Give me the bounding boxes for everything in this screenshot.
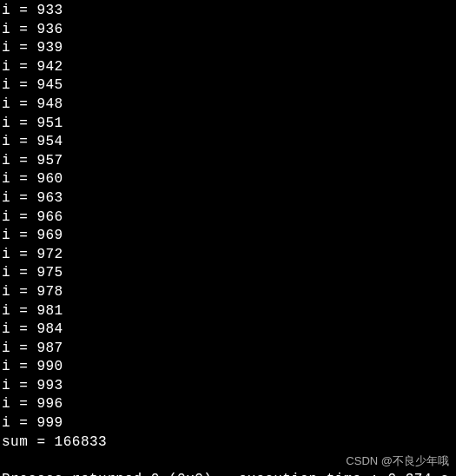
loop-line: i = 936 [2,21,456,40]
watermark-text: CSDN @不良少年哦 [346,453,449,469]
console-output: i = 933i = 936i = 939i = 942i = 945i = 9… [2,2,456,433]
loop-line: i = 948 [2,96,456,115]
loop-line: i = 966 [2,208,456,228]
loop-line: i = 975 [2,264,456,283]
loop-line: i = 939 [2,39,456,58]
loop-line: i = 978 [2,283,456,302]
loop-line: i = 996 [2,395,456,414]
loop-line: i = 972 [2,246,456,265]
sum-line: sum = 166833 [2,433,456,453]
loop-line: i = 945 [2,76,456,96]
loop-line: i = 987 [2,340,456,359]
loop-line: i = 957 [2,152,456,171]
loop-line: i = 933 [2,2,456,21]
loop-line: i = 951 [2,115,456,134]
loop-line: i = 954 [2,133,456,152]
loop-line: i = 960 [2,170,456,189]
loop-line: i = 981 [2,302,456,321]
loop-line: i = 942 [2,58,456,77]
loop-line: i = 963 [2,189,456,208]
loop-line: i = 984 [2,321,456,340]
loop-line: i = 999 [2,414,456,433]
loop-line: i = 993 [2,377,456,396]
process-returned-line: Process returned 0 (0x0) execution time … [2,471,456,476]
loop-line: i = 969 [2,227,456,246]
loop-line: i = 990 [2,358,456,377]
